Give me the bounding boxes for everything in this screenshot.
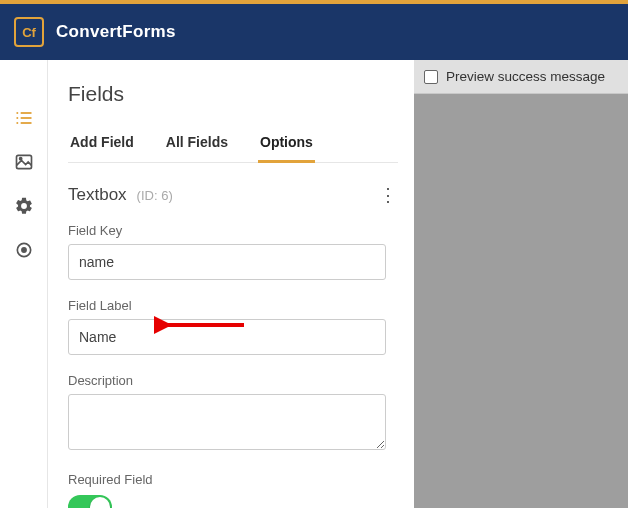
field-id-text: (ID: 6)	[137, 188, 173, 203]
svg-point-9	[21, 248, 25, 252]
field-label-input[interactable]	[68, 319, 386, 355]
brand-logo: Cf	[14, 17, 44, 47]
field-label-group: Field Label	[68, 298, 398, 355]
field-tabs: Add Field All Fields Options	[68, 128, 398, 163]
field-key-label: Field Key	[68, 223, 398, 238]
panel-title: Fields	[68, 82, 398, 106]
section-header: Textbox (ID: 6) ⋮	[68, 185, 398, 205]
required-group: Required Field	[68, 472, 398, 508]
content-area: Fields Add Field All Fields Options Text…	[0, 60, 628, 508]
toggle-knob	[90, 497, 110, 508]
tab-options[interactable]: Options	[258, 128, 315, 163]
tab-add-field[interactable]: Add Field	[68, 128, 136, 162]
preview-success-label: Preview success message	[446, 69, 605, 84]
required-label: Required Field	[68, 472, 398, 487]
field-key-input[interactable]	[68, 244, 386, 280]
nav-image-icon[interactable]	[14, 152, 34, 172]
description-group: Description	[68, 373, 398, 454]
vertical-nav	[0, 60, 48, 508]
nav-settings-icon[interactable]	[14, 196, 34, 216]
svg-point-7	[19, 158, 21, 160]
field-label-label: Field Label	[68, 298, 398, 313]
top-bar: Cf ConvertForms	[0, 0, 628, 60]
field-key-group: Field Key	[68, 223, 398, 280]
fields-panel: Fields Add Field All Fields Options Text…	[48, 60, 414, 508]
field-type-label: Textbox	[68, 185, 127, 205]
description-label: Description	[68, 373, 398, 388]
description-input[interactable]	[68, 394, 386, 450]
required-toggle[interactable]	[68, 495, 112, 508]
brand-name: ConvertForms	[56, 22, 176, 42]
nav-target-icon[interactable]	[14, 240, 34, 260]
preview-pane: Preview success message	[414, 60, 628, 508]
brand-logo-text: Cf	[22, 25, 36, 40]
tab-all-fields[interactable]: All Fields	[164, 128, 230, 162]
preview-success-checkbox[interactable]	[424, 70, 438, 84]
field-menu-button[interactable]: ⋮	[378, 186, 398, 204]
preview-toolbar: Preview success message	[414, 60, 628, 94]
nav-fields-icon[interactable]	[14, 108, 34, 128]
